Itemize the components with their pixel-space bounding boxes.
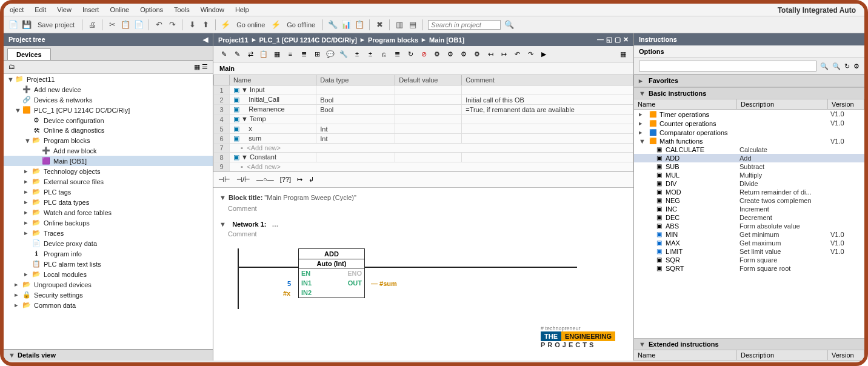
search-icon[interactable]: 🔍	[820, 62, 829, 70]
tool-icon[interactable]: 📋	[355, 20, 364, 30]
restore-icon[interactable]: ◱	[606, 36, 612, 44]
split-icon[interactable]: ▥	[395, 20, 404, 30]
redo-icon[interactable]: ↷	[167, 20, 177, 30]
instruction-item[interactable]: ▣ LIMITSet limit valueV1.0	[634, 247, 864, 256]
table-row[interactable]: 3▣ RemanenceBool=True, if remanent data …	[214, 105, 633, 115]
tree-item[interactable]: ℹProgram info	[4, 248, 213, 259]
tree-item[interactable]: ▸🔒Security settings	[4, 290, 213, 300]
tree-item[interactable]: ▸📂External source files	[4, 176, 213, 187]
contact-no-icon[interactable]: ⊣⊢	[218, 176, 230, 184]
instruction-search-input[interactable]	[639, 61, 816, 72]
tree-view-icon[interactable]: 🗂	[8, 63, 15, 71]
tool-icon[interactable]: ▶	[538, 48, 549, 59]
grid-icon[interactable]: ▦	[194, 63, 200, 70]
table-row[interactable]: 6▣ sumInt	[214, 134, 633, 144]
instruction-group[interactable]: ▸🟧 Counter operationsV1.0	[634, 119, 864, 128]
go-offline-icon[interactable]: ⚡	[271, 20, 281, 30]
table-row[interactable]: 2▣ Initial_CallBoolInitial call of this …	[214, 95, 633, 105]
tree-item[interactable]: ⚙Device configuration	[4, 115, 213, 125]
variable-table[interactable]: Name Data type Default value Comment 1▣ …	[213, 75, 633, 171]
close-icon[interactable]: ✕	[623, 36, 629, 44]
add-instruction-box[interactable]: ADD Auto (Int) ENENO IN1OUT IN2	[298, 248, 365, 298]
instruction-group[interactable]: ▼🟧 Math functionsV1.0	[634, 137, 864, 145]
instruction-item[interactable]: ▣ SQRForm square	[634, 256, 864, 264]
tree-item[interactable]: ▸📂Common data	[4, 300, 213, 310]
tool-icon[interactable]: ▦	[272, 48, 282, 59]
tool-icon[interactable]: ±	[352, 48, 362, 59]
list-icon[interactable]: ☰	[202, 63, 208, 70]
tree-item[interactable]: 📄Device proxy data	[4, 238, 213, 248]
tree-item[interactable]: ▸📂Watch and force tables	[4, 207, 213, 218]
undo-icon[interactable]: ↶	[154, 20, 164, 30]
instruction-group[interactable]: ▸🟦 Comparator operations	[634, 128, 864, 137]
table-row[interactable]: 1▣ ▼ Input	[214, 85, 633, 95]
go-offline-button[interactable]: Go offline	[284, 21, 318, 28]
instruction-item[interactable]: ▣ CALCULATECalculate	[634, 145, 864, 154]
ladder-network[interactable]: ADD Auto (Int) ENENO IN1OUT IN2 5 #x — #…	[238, 242, 627, 315]
tab-devices[interactable]: Devices	[7, 48, 51, 60]
table-row[interactable]: 7 ▪ <Add new>	[214, 144, 633, 153]
menu-item[interactable]: Help	[235, 6, 249, 13]
tool-icon[interactable]: ⚙	[432, 48, 442, 59]
project-tree[interactable]: ▼📁Project11➕Add new device🔗Devices & net…	[4, 74, 213, 349]
search-icon[interactable]: 🔍	[832, 62, 841, 70]
settings-icon[interactable]: ⚙	[853, 62, 860, 70]
coil-icon[interactable]: —○—	[256, 176, 274, 184]
tree-item[interactable]: ▸📂Online backups	[4, 218, 213, 228]
upload-icon[interactable]: ⬆	[201, 20, 210, 30]
tool-icon[interactable]: 💬	[325, 48, 336, 59]
tool-icon[interactable]: 🔧	[328, 20, 338, 30]
menu-item[interactable]: Online	[110, 6, 129, 13]
table-row[interactable]: 5▣ xInt	[214, 124, 633, 134]
minimize-icon[interactable]: —	[597, 36, 604, 44]
tool-icon[interactable]: ↤	[485, 48, 496, 59]
tree-item[interactable]: ▸📂Traces	[4, 228, 213, 238]
tree-item[interactable]: ▼🟧PLC_1 [CPU 1214C DC/DC/Rly]	[4, 105, 213, 115]
tree-item[interactable]: ▼📂Program blocks	[4, 135, 213, 145]
details-view-header[interactable]: ▼ Details view	[4, 349, 213, 361]
refresh-icon[interactable]: ↻	[844, 62, 850, 70]
go-online-button[interactable]: Go online	[234, 21, 267, 28]
favorites-header[interactable]: ▸Favorites	[634, 75, 864, 87]
tool-icon[interactable]: ≣	[392, 48, 402, 59]
instruction-item[interactable]: ▣ INCIncrement	[634, 205, 864, 213]
close-view-icon[interactable]: ✖	[375, 20, 384, 30]
paste-icon[interactable]: 📄	[134, 20, 144, 30]
tool-icon[interactable]: ⊞	[312, 48, 322, 59]
tool-icon[interactable]: ⚙	[458, 48, 469, 59]
branch-icon[interactable]: ↦	[297, 176, 302, 184]
box-icon[interactable]: [??]	[280, 176, 291, 184]
menu-item[interactable]: Insert	[82, 6, 99, 13]
instruction-item[interactable]: ▣ DECDecrement	[634, 213, 864, 222]
tool-icon[interactable]: 📋	[258, 48, 269, 59]
extended-instructions-header[interactable]: ▼Extended instructions	[634, 338, 864, 350]
tree-item[interactable]: 🛠Online & diagnostics	[4, 125, 213, 135]
tool-icon[interactable]: ⇄	[245, 48, 256, 59]
contact-nc-icon[interactable]: ⊣/⊢	[236, 176, 250, 184]
tool-icon[interactable]: ▦	[618, 48, 629, 59]
search-input[interactable]	[428, 20, 501, 30]
tree-item[interactable]: ▸📂Local modules	[4, 269, 213, 279]
tree-item[interactable]: ▸📂Technology objects	[4, 166, 213, 176]
tree-item[interactable]: ▸📂Ungrouped devices	[4, 279, 213, 290]
instruction-item[interactable]: ▣ ADDAdd	[634, 154, 864, 162]
menu-item[interactable]: View	[57, 6, 72, 13]
tree-item[interactable]: 📋PLC alarm text lists	[4, 259, 213, 269]
copy-icon[interactable]: 📋	[121, 20, 130, 30]
menu-item[interactable]: oject	[10, 6, 24, 13]
menu-item[interactable]: Options	[140, 6, 163, 13]
instruction-list[interactable]: ▸🟧 Timer operationsV1.0▸🟧 Counter operat…	[634, 110, 864, 338]
instruction-item[interactable]: ▣ NEGCreate twos complemen	[634, 196, 864, 205]
tool-icon[interactable]: 📊	[341, 20, 351, 30]
tool-icon[interactable]: ↶	[512, 48, 522, 59]
tool-icon[interactable]: ✎	[218, 48, 229, 59]
instruction-item[interactable]: ▣ MULMultiply	[634, 171, 864, 179]
menu-item[interactable]: Tools	[174, 6, 190, 13]
instruction-item[interactable]: ▣ MODReturn remainder of di...	[634, 188, 864, 196]
tool-icon[interactable]: ≡	[285, 48, 296, 59]
tool-icon[interactable]: ↷	[525, 48, 536, 59]
tree-item[interactable]: 🟪Main [OB1]	[4, 156, 213, 166]
save-project-button[interactable]: Save project	[35, 21, 77, 28]
basic-instructions-header[interactable]: ▼Basic instructions	[634, 87, 864, 99]
instruction-group[interactable]: ▸🟧 Timer operationsV1.0	[634, 110, 864, 119]
